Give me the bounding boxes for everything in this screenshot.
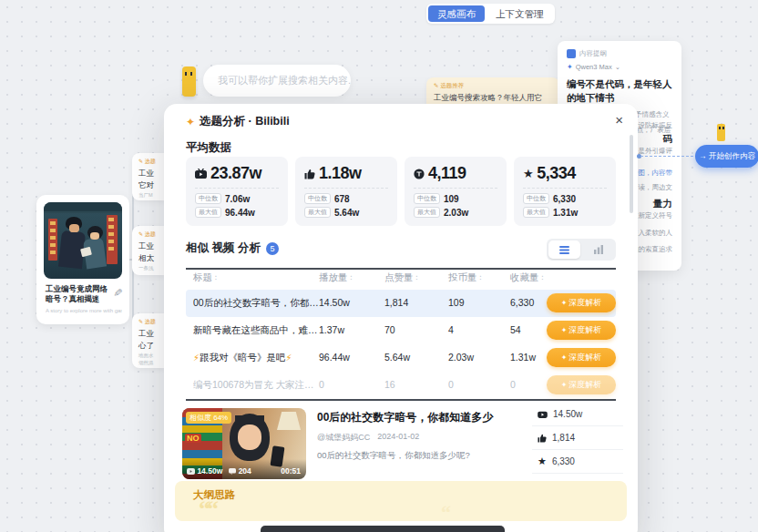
row-favorites: 54 [510,324,521,335]
video-title[interactable]: 00后的社交数字暗号，你都知道多少 [317,410,493,425]
idea-card-subtext: 当厂M [138,191,165,200]
chart-view-button[interactable] [582,240,614,259]
max-tag: 最大值 [414,207,440,218]
idea-card-1[interactable]: ✎ 选题 工业 它对 当厂M [132,153,165,200]
topic-card-subtitle: A story to explore more with game... [46,308,122,313]
max-tag: 最大值 [195,207,221,218]
edit-pencil-icon[interactable]: ✎ [111,287,125,297]
suggestion-card-text: 工业编号搜索攻略？年轻人用它 [434,93,552,104]
bottom-toolbar[interactable] [261,526,505,532]
deep-analysis-button[interactable]: ✦深度解析 [547,293,616,312]
col-header-plays[interactable]: 播放量 [319,271,352,284]
sparkle-icon: ✦ [561,353,568,362]
topic-card[interactable]: 工业编号竟成网络暗号？真相揭迷 ✎ A story to explore mor… [36,195,129,324]
deep-analysis-button[interactable]: ✦深度解析 [547,348,616,367]
deep-analysis-button[interactable]: ✦深度解析 [547,321,616,340]
thumbs-up-icon [538,434,547,443]
median-value: 678 [334,194,350,204]
thumbs-up-icon [304,169,315,179]
view-switcher: 灵感画布 上下文管理 [426,4,555,24]
average-data-label: 平均数据 [186,140,231,156]
model-name: Qwen3 Max [576,63,612,71]
stat-value: 5,334 [537,164,576,183]
median-value: 7.06w [225,194,250,204]
stat-value: 1.18w [319,164,362,183]
tab-context-management[interactable]: 上下文管理 [487,5,553,22]
list-icon [559,246,569,254]
max-tag: 最大值 [304,207,331,218]
stat-card-plays: 23.87w 中位数7.06w 最大值96.44w [186,157,288,226]
thumb-comment-icon: 204 [229,466,251,476]
median-tag: 中位数 [414,193,440,204]
table-row[interactable]: ⚡跟我对《暗号》是吧⚡ 96.44w 5.64w 2.03w 1.31w ✦深度… [186,344,616,372]
tab-inspiration-canvas[interactable]: 灵感画布 [428,5,485,22]
outline-fragment: 量力 [653,198,672,210]
col-header-favorites[interactable]: 收藏量 [510,271,543,284]
table-row[interactable]: 编号100678为冒充 大家注意... 0 16 0 0 ✦深度解析 [186,372,616,399]
thumb-plays: 14.50w [197,466,222,476]
max-value: 96.44w [225,208,255,218]
row-coins: 0 [448,379,454,390]
video-duration: 00:51 [281,466,301,476]
max-value: 5.64w [334,208,359,218]
quote-icon: ““ [199,496,215,521]
modal-scrollbar[interactable] [630,135,633,213]
outline-title: 编号不是代码，是年轻人的地下情书 [567,77,672,105]
row-plays: 14.50w [319,297,350,308]
row-title: 编号100678为冒充 大家注意... [193,379,319,392]
median-tag: 中位数 [523,193,549,204]
assistant-hint-bubble[interactable]: 我可以帮你扩展搜索相关内容... [203,65,351,97]
col-header-title[interactable]: 标题 [193,271,217,284]
idea-card-text: 相太 [138,252,165,264]
similar-videos-label: 相似 视频 分析 [186,240,261,256]
video-stat-plays: 14.50w [553,409,582,419]
video-stat-favorites: 6,330 [552,456,575,466]
stat-value: 4,119 [428,164,466,183]
row-likes: 16 [384,379,395,390]
video-date: 2024-01-02 [377,432,419,444]
model-spark-icon: ✦ [567,63,573,71]
row-coins: 4 [448,324,454,335]
assistant-mascot-icon [182,66,196,97]
suggestion-card-tag: ✎ 选题推荐 [434,82,552,90]
row-likes: 1,814 [384,297,408,308]
close-icon[interactable]: × [615,112,623,128]
idea-card-2[interactable]: ✎ 选题 工业 相太 一条浅 [132,226,165,275]
row-likes: 5.64w [384,352,410,363]
table-row[interactable]: 00后的社交数字暗号，你都知... 14.50w 1,814 109 6,330… [186,290,616,317]
list-view-button[interactable] [548,240,580,259]
stat-card-favorites: ★ 5,334 中位数6,330 最大值1.31w [514,157,616,226]
idea-card-3[interactable]: ✎ 选题 工业 心了 地面水 烟然温 [132,313,165,368]
row-title: ⚡跟我对《暗号》是吧⚡ [193,352,292,364]
bar-chart-icon [594,245,603,254]
idea-card-text: 它对 [138,179,165,191]
row-favorites: 0 [510,379,516,390]
video-description: 00后的社交数字暗号，你都知道多少呢? [317,450,470,462]
row-coins: 2.03w [448,352,474,363]
star-icon: ★ [538,456,547,466]
idea-card-text: 工业 [138,240,165,252]
stat-card-likes: 1.18w 中位数678 最大值5.64w [295,157,397,226]
idea-card-tag: ✎ 选题 [138,230,165,239]
row-plays: 1.37w [319,324,344,335]
play-icon [195,169,207,179]
start-create-button[interactable]: → 开始创作内容 [695,145,758,168]
row-favorites: 6,330 [510,297,534,308]
outline-panel-badge: 内容提纲 [579,49,607,58]
table-row[interactable]: 新暗号藏在这些商品中，难怪... 1.37w 70 4 54 ✦深度解析 [186,317,616,344]
deep-analysis-button[interactable]: ✦深度解析 [547,375,616,394]
similarity-badge: 相似度 64% [186,412,231,424]
max-tag: 最大值 [523,207,549,218]
col-header-coins[interactable]: 投币量 [448,271,481,284]
row-favorites: 1.31w [510,352,536,363]
video-author[interactable]: @城堡妈妈CC [317,432,370,444]
stat-value: 23.87w [210,164,261,183]
app-canvas: 灵感画布 上下文管理 我可以帮你扩展搜索相关内容... 工业编号竟成网络暗号？真… [0,0,758,532]
chevron-down-icon[interactable]: ⌄ [615,63,620,71]
video-stats: 14.50w 1,814 ★6,330 [532,403,623,474]
video-detail-card[interactable]: NO 相似度 64% 14.50w 204 00:51 00后的社交数字暗号，你… [175,403,627,483]
video-thumbnail[interactable]: NO 相似度 64% 14.50w 204 00:51 [182,408,306,479]
row-plays: 0 [319,379,324,390]
col-header-likes[interactable]: 点赞量 [384,271,417,284]
sparkle-icon: ✦ [561,326,568,334]
